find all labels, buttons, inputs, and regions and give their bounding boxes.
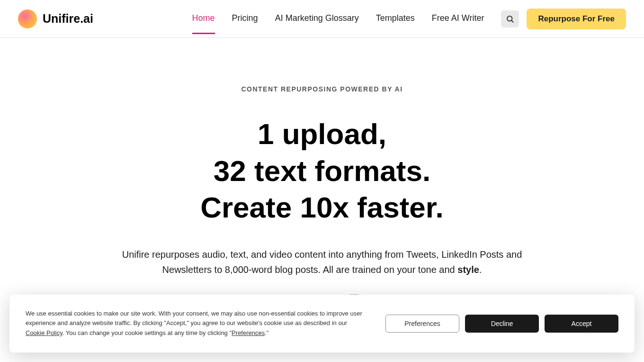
- cookie-policy-link[interactable]: Cookie Policy: [26, 329, 63, 336]
- headline-line3: Create 10x faster.: [0, 189, 644, 226]
- nav-templates[interactable]: Templates: [376, 13, 415, 34]
- nav-pricing[interactable]: Pricing: [232, 13, 258, 34]
- search-button[interactable]: [501, 10, 519, 27]
- cookie-text: We use essential cookies to make our sit…: [26, 309, 367, 338]
- subheadline: Unifire repurposes audio, text, and vide…: [104, 247, 540, 277]
- search-icon: [506, 15, 514, 23]
- headline-line1: 1 upload,: [0, 116, 644, 153]
- headline-line2: 32 text formats.: [0, 153, 644, 190]
- main-nav: Home Pricing AI Marketing Glossary Templ…: [192, 13, 484, 25]
- decline-button[interactable]: Decline: [465, 315, 539, 333]
- cookie-text1: We use essential cookies to make our sit…: [26, 310, 362, 327]
- cookie-banner: We use essential cookies to make our sit…: [9, 295, 635, 353]
- nav-right: Repurpose For Free: [501, 9, 626, 29]
- accept-button[interactable]: Accept: [545, 315, 618, 333]
- cookie-text3: .": [265, 329, 268, 336]
- logo-icon: [18, 9, 37, 28]
- logo[interactable]: Unifire.ai: [18, 9, 93, 28]
- brand-name: Unifire.ai: [43, 12, 93, 26]
- headline: 1 upload, 32 text formats. Create 10x fa…: [0, 116, 644, 226]
- eyebrow: CONTENT REPURPOSING POWERED BY AI: [0, 85, 644, 93]
- nav-free-writer[interactable]: Free AI Writer: [432, 13, 484, 34]
- preferences-button[interactable]: Preferences: [385, 315, 459, 333]
- cta-button[interactable]: Repurpose For Free: [527, 9, 626, 29]
- nav-home[interactable]: Home: [192, 13, 215, 34]
- nav-glossary[interactable]: AI Marketing Glossary: [275, 13, 359, 34]
- hero: CONTENT REPURPOSING POWERED BY AI 1 uplo…: [0, 38, 644, 305]
- subhead-bold: style: [457, 264, 479, 275]
- header: Unifire.ai Home Pricing AI Marketing Glo…: [0, 0, 644, 38]
- svg-line-1: [512, 20, 513, 22]
- cookie-text2: . You can change your cookie settings at…: [63, 329, 232, 336]
- cookie-buttons: Preferences Decline Accept: [385, 315, 618, 333]
- subhead-after: .: [479, 264, 482, 275]
- preferences-link[interactable]: Preferences: [232, 329, 265, 336]
